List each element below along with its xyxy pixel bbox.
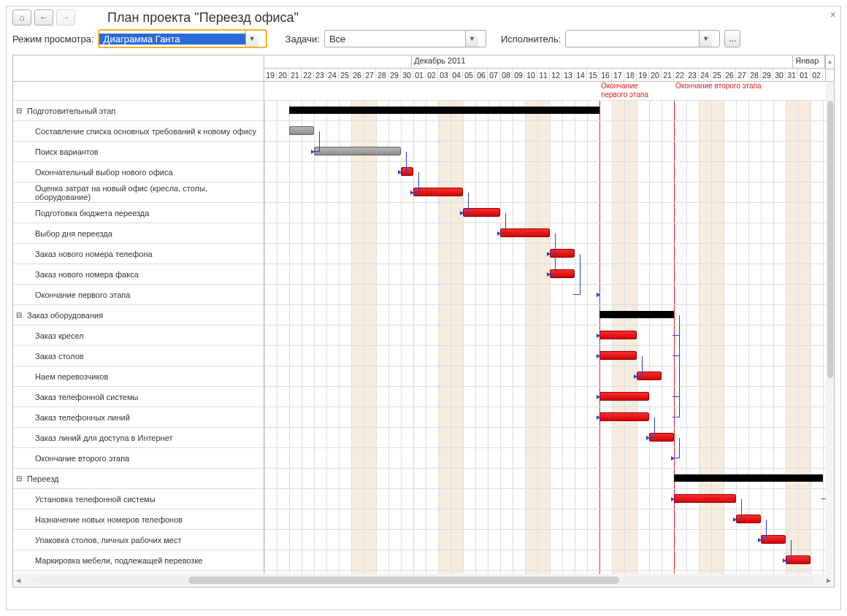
task-list: ⊟Подготовительный этапСоставление списка… bbox=[13, 101, 264, 574]
task-row[interactable]: Заказ нового номера факса bbox=[13, 264, 264, 285]
month-spacer bbox=[264, 55, 412, 68]
task-row[interactable]: Окончательный выбор нового офиса bbox=[13, 162, 264, 182]
back-button[interactable]: ← bbox=[34, 9, 53, 26]
chevron-down-icon[interactable]: ▼ bbox=[465, 31, 478, 47]
task-row[interactable]: Составление списка основных требований к… bbox=[13, 121, 264, 142]
task-bar[interactable] bbox=[674, 494, 736, 503]
task-row[interactable]: Заказ телефонной системы bbox=[13, 387, 264, 407]
viewmode-select[interactable]: Диаграмма Ганта ▼ bbox=[99, 30, 267, 47]
task-label: Оценка затрат на новый офис (кресла, сто… bbox=[35, 184, 261, 201]
task-row[interactable]: Установка телефонной системы bbox=[13, 489, 264, 509]
task-bar[interactable] bbox=[599, 351, 637, 360]
collapse-icon[interactable]: ⊟ bbox=[16, 107, 25, 115]
day-header-cell: 15 bbox=[587, 69, 599, 81]
assignee-select[interactable]: ▼ bbox=[565, 30, 720, 47]
task-row[interactable]: Маркировка мебели, подлежащей перевозке bbox=[13, 550, 264, 571]
gantt-row bbox=[264, 101, 834, 121]
assignee-label: Исполнитель: bbox=[501, 34, 561, 45]
task-row[interactable]: Выбор дня переезда bbox=[13, 223, 264, 244]
day-header-cell: 18 bbox=[624, 69, 637, 81]
task-label: Заказ нового номера телефона bbox=[35, 250, 153, 258]
gantt-grid[interactable] bbox=[264, 101, 834, 574]
chevron-down-icon[interactable]: ▼ bbox=[699, 31, 712, 47]
task-row[interactable]: Назначение новых номеров телефонов bbox=[13, 509, 264, 530]
task-label: Заказ оборудования bbox=[27, 311, 103, 320]
task-row[interactable]: Упаковка столов, личных рабочих мест bbox=[13, 530, 264, 550]
chevron-down-icon[interactable]: ▼ bbox=[245, 31, 258, 47]
task-row[interactable]: Окончание второго этапа bbox=[13, 448, 264, 469]
gantt-row bbox=[264, 142, 834, 162]
milestone-label-1: Окончание первого этапа bbox=[601, 82, 658, 99]
assignee-lookup-button[interactable]: ... bbox=[724, 30, 740, 47]
dependency-arrow-icon bbox=[671, 456, 677, 461]
day-header-cell: 25 bbox=[339, 69, 351, 81]
dependency-link bbox=[648, 417, 655, 438]
task-label: Маркировка мебели, подлежащей перевозке bbox=[35, 556, 202, 565]
task-row[interactable]: Заказ нового номера телефона bbox=[13, 244, 264, 264]
gantt-row bbox=[264, 469, 834, 489]
task-row[interactable]: Оценка затрат на новый офис (кресла, сто… bbox=[13, 182, 264, 203]
task-label: Окончательный выбор нового офиса bbox=[35, 168, 173, 177]
day-header-cell: 22 bbox=[302, 69, 314, 81]
day-header-cell: 13 bbox=[562, 69, 575, 81]
task-label: Заказ телефонных линий bbox=[35, 413, 130, 422]
home-icon: ⌂ bbox=[19, 12, 24, 23]
collapse-icon[interactable]: ⊟ bbox=[16, 474, 25, 482]
task-bar[interactable] bbox=[314, 147, 401, 155]
task-row[interactable]: Окончание первого этапа bbox=[13, 285, 264, 305]
day-header-cell: 19 bbox=[637, 69, 649, 81]
task-label: Поиск вариантов bbox=[35, 147, 99, 156]
group-row[interactable]: ⊟Переезд bbox=[13, 469, 264, 489]
day-header-cell: 12 bbox=[550, 69, 562, 81]
dependency-arrow-icon bbox=[597, 293, 602, 297]
gantt-row bbox=[264, 285, 834, 305]
task-row[interactable]: Поиск вариантов bbox=[13, 142, 264, 162]
close-button[interactable]: × bbox=[830, 9, 836, 20]
task-row[interactable]: Наем перевозчиков bbox=[13, 366, 264, 387]
tasksfilter-value: Все bbox=[325, 34, 465, 45]
forward-button[interactable]: → bbox=[56, 9, 75, 26]
dependency-arrow-icon bbox=[597, 354, 602, 358]
day-header-cell: 29 bbox=[388, 69, 401, 81]
summary-bar[interactable] bbox=[599, 311, 674, 318]
month-label-jan: Январ bbox=[793, 55, 825, 68]
summary-bar[interactable] bbox=[289, 107, 599, 114]
task-bar[interactable] bbox=[413, 188, 463, 196]
horizontal-scrollbar[interactable]: ◀ ▶ bbox=[13, 574, 834, 587]
task-label: Заказ кресел bbox=[35, 331, 84, 340]
home-button[interactable]: ⌂ bbox=[12, 9, 31, 26]
gantt-row bbox=[264, 162, 834, 182]
group-row[interactable]: ⊟Подготовительный этап bbox=[13, 101, 264, 121]
task-row[interactable]: Заказ линий для доступа в Интернет bbox=[13, 428, 264, 448]
milestone-label-2: Окончание второго этапа bbox=[675, 82, 778, 91]
task-bar[interactable] bbox=[500, 228, 550, 237]
dependency-arrow-icon bbox=[547, 272, 553, 277]
summary-bar[interactable] bbox=[674, 474, 823, 482]
task-bar[interactable] bbox=[599, 412, 649, 421]
dependency-arrow-icon bbox=[646, 436, 652, 440]
dependency-arrow-icon bbox=[758, 538, 764, 542]
day-header-cell: 04 bbox=[451, 69, 463, 81]
task-row[interactable]: Заказ столов bbox=[13, 346, 264, 366]
day-header-cell: 06 bbox=[475, 69, 488, 81]
dependency-arrow-icon bbox=[597, 395, 602, 399]
tasksfilter-select[interactable]: Все ▼ bbox=[324, 30, 486, 47]
vertical-scrollbar[interactable] bbox=[826, 82, 835, 574]
task-label: Наем перевозчиков bbox=[35, 372, 108, 381]
back-icon: ← bbox=[39, 12, 48, 23]
task-row[interactable]: Заказ кресел bbox=[13, 326, 264, 346]
task-bar[interactable] bbox=[599, 331, 637, 339]
dependency-link bbox=[672, 315, 680, 417]
month-label-dec: Декабрь 2011 bbox=[412, 55, 793, 68]
scroll-up-icon[interactable]: ▲ bbox=[826, 55, 834, 69]
task-bar[interactable] bbox=[599, 392, 649, 401]
day-header-cell: 19 bbox=[264, 69, 277, 81]
day-header-cell: 27 bbox=[364, 69, 376, 81]
collapse-icon[interactable]: ⊟ bbox=[16, 311, 25, 319]
scroll-right-icon[interactable]: ▶ bbox=[824, 577, 834, 584]
group-row[interactable]: ⊟Заказ оборудования bbox=[13, 305, 264, 326]
scroll-left-icon[interactable]: ◀ bbox=[13, 577, 23, 584]
task-row[interactable]: Заказ телефонных линий bbox=[13, 407, 264, 428]
task-bar[interactable] bbox=[289, 126, 314, 135]
task-row[interactable]: Подготовка бюджета переезда bbox=[13, 203, 264, 223]
